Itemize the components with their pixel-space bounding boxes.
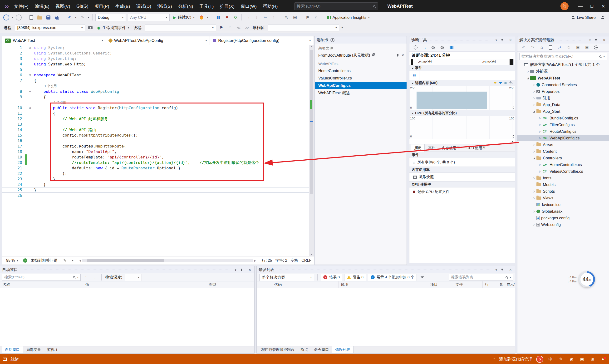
fold-marker[interactable]: ⊟ (27, 45, 33, 51)
expander-icon[interactable]: ▷ (538, 123, 543, 126)
overlay-app-badge[interactable]: S (536, 356, 543, 363)
search-depth-combo[interactable]: ▾ (125, 274, 142, 281)
bottom-tab-1[interactable]: 断点 (298, 346, 311, 353)
pin-icon[interactable] (501, 268, 506, 272)
solution-config-combo[interactable]: Debug▾ (95, 14, 126, 21)
chart-icon[interactable] (447, 44, 455, 52)
undo-icon[interactable]: ↶ (65, 13, 74, 21)
code-line[interactable]: 17 config.Routes.MapHttpRoute( (2, 143, 309, 149)
code-line[interactable]: 18 name: "DefaultApi", (2, 149, 309, 154)
bookmark-clear-icon[interactable]: ⚐ (312, 13, 320, 21)
indent-indicator[interactable]: 空格 (290, 258, 298, 263)
eol-indicator[interactable]: CRLF (301, 258, 311, 263)
tree-item[interactable]: ▷C#WebApiConfig.cs (518, 135, 609, 141)
menu-view[interactable]: 视图(V) (52, 0, 73, 12)
memory-section-header[interactable]: 进程内存 (MB) 专. (409, 80, 515, 86)
fold-marker[interactable]: ⊟ (27, 72, 33, 78)
column-header[interactable]: 行 (483, 281, 497, 288)
code-line[interactable]: 19 routeTemplate: "api/{controller}/{id}… (2, 154, 309, 160)
charts-expander[interactable]: ▾ (409, 139, 515, 144)
expander-icon[interactable]: ▷ (538, 117, 543, 120)
live-share-button[interactable]: Live Share (569, 13, 598, 21)
memory-chart[interactable]: 250 0 250 0 (409, 86, 515, 110)
lifecycle-events-button[interactable]: ◉生命周期事件▾ (95, 24, 132, 32)
menu-edit[interactable]: 编辑(E) (32, 0, 52, 12)
pencil-icon[interactable]: ✎ (557, 357, 564, 362)
scrollbar-thumb[interactable] (87, 259, 164, 262)
chevron-down-icon[interactable]: ▾ (340, 26, 344, 29)
restart-icon[interactable]: ↻ (231, 13, 239, 21)
tree-item[interactable]: ▷Connected Services (518, 81, 609, 88)
autos-tab-1[interactable]: 局部变量 (23, 346, 44, 353)
tree-item[interactable]: ▷Content (518, 148, 609, 155)
column-header[interactable]: 禁止显示状态 (497, 281, 515, 288)
warnings-filter-button[interactable]: 警告 0 (344, 274, 366, 281)
menu-analyze[interactable]: 分析(N) (175, 0, 196, 12)
tree-item[interactable]: ▷Scripts (518, 188, 609, 195)
scroll-left-icon[interactable]: ◀ (79, 259, 81, 262)
code-line[interactable]: 23 } (2, 176, 309, 182)
code-line[interactable]: 8⊟ public static class WebApiConfig (2, 89, 309, 94)
code-line[interactable]: 1⊟using System; (2, 45, 309, 51)
open-file-icon[interactable] (36, 13, 44, 21)
expander-icon[interactable]: ▷ (538, 130, 543, 133)
break-all-icon[interactable]: ▮▮ (214, 13, 222, 21)
minimize-button[interactable]: — (575, 0, 586, 12)
all-events-link[interactable]: ∞ 所有事件(0 个, 共 0 个) (409, 158, 515, 167)
export-icon[interactable]: → (420, 44, 428, 52)
document-tab[interactable]: ValuesController.cs (315, 75, 407, 82)
errors-filter-button[interactable]: 错误 0 (321, 274, 342, 281)
immediate-window-icon[interactable]: ▤ (291, 13, 299, 21)
bookmark-icon[interactable]: ⚑ (303, 13, 311, 21)
column-indicator[interactable]: 字符: 2 (275, 258, 287, 263)
column-header[interactable]: 代码 (272, 281, 338, 288)
document-tab[interactable]: WebAPITest: 概述 (315, 89, 407, 97)
menu-tools[interactable]: 工具(T) (196, 0, 217, 12)
menu-extensions[interactable]: 扩展(X) (217, 0, 238, 12)
type-dropdown[interactable]: WebAPITest.WebApiConfig ▾ (106, 36, 210, 45)
health-check-icon[interactable] (23, 258, 27, 263)
code-cleanup-icon[interactable]: ✎ (61, 257, 69, 264)
expander-icon[interactable]: ▷ (532, 103, 536, 106)
code-line[interactable]: 21 defaults: new { id = RouteParameter.O… (2, 165, 309, 171)
code-area[interactable]: 1⊟using System;2using System.Collections… (2, 45, 309, 256)
tree-item[interactable]: ▷Views (518, 195, 609, 201)
flag-thread-icon[interactable]: ⚑ (217, 24, 225, 32)
expander-icon[interactable]: ▷ (532, 223, 536, 226)
close-icon[interactable]: ✕ (247, 268, 252, 272)
maximize-button[interactable]: □ (586, 0, 597, 12)
expander-icon[interactable]: ▷ (526, 70, 530, 73)
expander-icon[interactable]: ▷ (532, 83, 536, 86)
tree-item[interactable]: ▷C#HomeController.cs (518, 161, 609, 168)
bottom-tab-0[interactable]: 程序包管理器控制台 (258, 346, 298, 353)
step-over-icon[interactable]: ↪ (261, 13, 269, 21)
chevron-down-icon[interactable]: ▾ (494, 38, 499, 42)
save-all-icon[interactable] (53, 13, 61, 21)
tree-item[interactable]: ▷App_Data (518, 101, 609, 108)
code-line[interactable]: 5 (2, 67, 309, 72)
settings-icon[interactable] (411, 44, 419, 52)
close-icon[interactable]: ✕ (508, 268, 513, 272)
tree-item[interactable]: ▷fonts (518, 175, 609, 181)
code-line[interactable]: 4using System.Web.Http; (2, 61, 309, 67)
close-icon[interactable]: ✕ (508, 38, 513, 42)
nav-back-icon[interactable]: ← (3, 14, 9, 20)
filter-yellow-icon[interactable] (493, 82, 497, 84)
expander-icon[interactable]: ▷ (538, 137, 543, 140)
tree-item[interactable]: ▷C#ValuesController.cs (518, 168, 609, 175)
expander-icon[interactable]: ◢ (532, 156, 536, 160)
tree-item[interactable]: ▷Global.asax (518, 208, 609, 215)
error-grid-body[interactable] (257, 288, 515, 346)
tree-item[interactable]: ▷C#BundleConfig.cs (518, 115, 609, 121)
code-line[interactable]: 20 //routeTemplate: "api/{controller}/{a… (2, 160, 309, 165)
take-snapshot-link[interactable]: 截取快照 (409, 173, 515, 181)
menu-file[interactable]: 文件(F) (11, 0, 32, 12)
column-header[interactable]: 值 (83, 281, 206, 288)
refresh-icon[interactable]: ↻ (565, 44, 573, 52)
code-editor[interactable]: WebAPITest ▾ WebAPITest.WebApiConfig ▾ R… (2, 36, 314, 265)
stop-icon[interactable]: ■ (223, 13, 231, 21)
editor-horizontal-scrollbar[interactable]: ◀ ▶ (79, 259, 256, 262)
column-header[interactable]: 文件 (453, 281, 483, 288)
show-next-statement-icon[interactable]: → (244, 13, 252, 21)
notifications-icon[interactable]: ● (599, 357, 606, 362)
